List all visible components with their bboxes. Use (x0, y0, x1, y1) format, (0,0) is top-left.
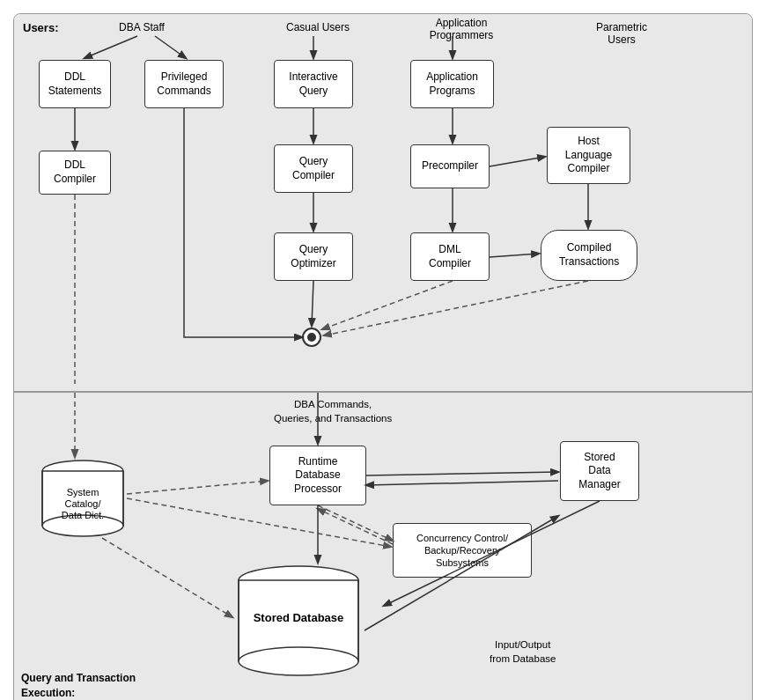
compiled-transactions-box: CompiledTransactions (541, 230, 637, 281)
ddl-statements-box: DDLStatements (39, 60, 111, 108)
precompiler-box: Precompiler (410, 144, 490, 188)
bottom-section-label: Query and TransactionExecution: (21, 671, 136, 700)
svg-text:Data Dict.: Data Dict. (62, 510, 104, 520)
svg-line-39 (127, 481, 268, 494)
main-container: Users: DBA Staff Casual Users Applicatio… (13, 13, 753, 700)
svg-line-1 (155, 36, 186, 58)
svg-line-32 (366, 481, 558, 485)
user-parametric: Parametric Users (582, 21, 661, 46)
interactive-query-box: InteractiveQuery (274, 60, 353, 108)
svg-text:System: System (67, 487, 99, 497)
user-dba-staff: DBA Staff (107, 21, 177, 33)
svg-line-34 (318, 509, 393, 544)
svg-line-31 (366, 472, 558, 475)
query-optimizer-box: QueryOptimizer (274, 232, 353, 281)
svg-line-33 (318, 505, 393, 541)
ddl-compiler-box: DDLCompiler (39, 151, 111, 195)
central-hub (302, 328, 321, 347)
svg-line-40 (127, 498, 391, 547)
top-section: Users: DBA Staff Casual Users Applicatio… (14, 14, 752, 393)
svg-text:Stored Database: Stored Database (254, 611, 344, 624)
user-casual: Casual Users (283, 21, 353, 33)
application-programs-box: ApplicationPrograms (410, 60, 494, 108)
users-label: Users: (23, 21, 58, 34)
top-arrows-svg (14, 14, 752, 391)
dba-commands-label: DBA Commands,Queries, and Transactions (274, 397, 392, 425)
stored-database-box: Stored Database (232, 564, 365, 679)
svg-line-0 (85, 36, 137, 58)
privileged-commands-box: PrivilegedCommands (144, 60, 224, 108)
stored-data-manager-box: StoredDataManager (560, 441, 639, 501)
svg-text:Catalog/: Catalog/ (65, 498, 102, 509)
bottom-arrows-svg (14, 393, 752, 700)
svg-line-13 (324, 281, 588, 335)
dml-compiler-box: DMLCompiler (410, 232, 490, 281)
bottom-section: Query and TransactionExecution: DBA Comm… (14, 393, 752, 700)
runtime-db-processor-box: RuntimeDatabaseProcessor (269, 446, 366, 505)
query-compiler-box: QueryCompiler (274, 144, 353, 193)
user-app-prog: ApplicationProgrammers (426, 17, 497, 41)
svg-line-11 (490, 254, 539, 257)
svg-line-12 (312, 281, 313, 326)
svg-line-14 (322, 281, 453, 329)
host-language-compiler-box: HostLanguageCompiler (547, 127, 630, 184)
io-label: Input/Outputfrom Database (490, 637, 556, 666)
concurrency-control-box: Concurrency Control/Backup/RecoverySubsy… (393, 523, 532, 578)
svg-line-7 (490, 157, 545, 166)
svg-line-41 (102, 538, 232, 617)
svg-point-26 (239, 647, 358, 675)
system-catalog-box: System Catalog/ Data Dict. (39, 459, 127, 538)
